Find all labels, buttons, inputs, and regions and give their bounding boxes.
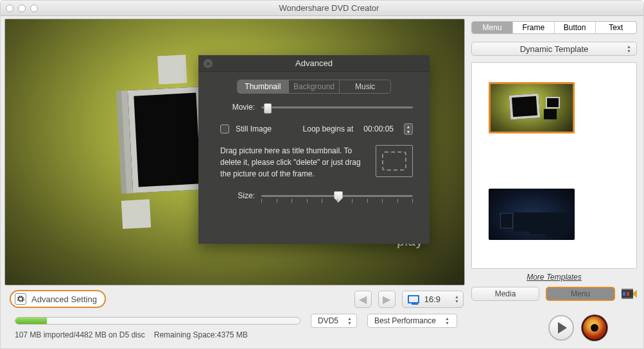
size-label: Size: <box>220 191 255 200</box>
template-thumb-2[interactable] <box>489 189 575 240</box>
media-button[interactable]: Media <box>471 287 539 301</box>
menu-button[interactable]: Menu <box>546 287 615 301</box>
template-list <box>471 62 637 269</box>
chevron-updown-icon: ▲▼ <box>347 316 352 325</box>
preview-play-button[interactable] <box>548 315 574 341</box>
chevron-updown-icon: ▲▼ <box>627 44 631 53</box>
still-image-label: Still Image <box>236 124 272 133</box>
more-templates-link[interactable]: More Templates <box>471 269 637 287</box>
popover-tabs: Thumbnail Background Music <box>237 80 391 94</box>
tab-button[interactable]: Button <box>555 22 596 33</box>
movie-label: Movie: <box>220 103 255 112</box>
quality-select[interactable]: Best Performance ▲▼ <box>367 314 457 328</box>
prev-button[interactable]: ◀ <box>354 291 372 308</box>
disc-type-value: DVD5 <box>318 316 338 325</box>
tab-frame[interactable]: Frame <box>513 22 554 33</box>
loop-label: Loop begins at <box>303 124 354 133</box>
next-button[interactable]: ▶ <box>378 291 396 308</box>
disc-type-select[interactable]: DVD5 ▲▼ <box>311 314 357 328</box>
close-window-icon[interactable] <box>6 4 13 12</box>
template-category-select[interactable]: Dynamic Template ▲▼ <box>471 42 637 56</box>
svg-rect-3 <box>623 292 625 296</box>
import-status: 107 MB imported/4482 MB on D5 disc <box>15 330 145 339</box>
template-thumb-1[interactable] <box>489 82 575 133</box>
loop-stepper[interactable]: ▲▼ <box>404 123 413 135</box>
remaining-status: Remaining Space:4375 MB <box>154 330 248 339</box>
film-icon[interactable] <box>622 289 637 299</box>
titlebar: Wondershare DVD Creator <box>1 1 643 16</box>
aspect-value: 16:9 <box>424 294 440 304</box>
still-image-checkbox[interactable] <box>220 124 229 133</box>
disc-usage-bar <box>15 317 300 325</box>
disc-usage-fill <box>15 318 47 324</box>
svg-rect-1 <box>622 289 633 290</box>
advanced-popover: ✕ Advanced Thumbnail Background Music Mo… <box>198 55 430 244</box>
close-icon[interactable]: ✕ <box>204 59 213 68</box>
tab-music[interactable]: Music <box>340 80 390 93</box>
tab-background[interactable]: Background <box>289 80 340 93</box>
tab-menu[interactable]: Menu <box>472 22 513 33</box>
gear-icon <box>15 293 26 305</box>
app-window: Wondershare DVD Creator play ✕ Advanced … <box>0 0 644 349</box>
chevron-updown-icon: ▲▼ <box>445 316 449 325</box>
template-thumbnail-graphic <box>128 87 207 193</box>
right-tabs: Menu Frame Button Text <box>471 21 637 34</box>
size-slider[interactable] <box>261 195 413 197</box>
quality-value: Best Performance <box>374 316 436 325</box>
aspect-ratio-select[interactable]: 16:9 ▲▼ <box>402 291 464 308</box>
thumbnail-dropzone[interactable] <box>376 145 413 177</box>
svg-rect-2 <box>622 298 633 299</box>
chevron-updown-icon: ▲▼ <box>455 294 459 303</box>
advanced-setting-label: Advanced Setting <box>31 294 97 304</box>
monitor-icon <box>408 295 419 303</box>
popover-title: Advanced <box>295 58 333 68</box>
template-category-value: Dynamic Template <box>520 44 589 54</box>
window-title: Wondershare DVD Creator <box>33 3 625 13</box>
minimize-window-icon[interactable] <box>18 4 26 12</box>
drop-instructions: Drag picture here as title thumbnail. To… <box>220 145 365 180</box>
tab-text[interactable]: Text <box>596 22 636 33</box>
preview-stage[interactable]: play ✕ Advanced Thumbnail Background Mus… <box>4 19 465 285</box>
svg-marker-5 <box>633 290 637 298</box>
movie-slider[interactable] <box>261 106 413 108</box>
advanced-setting-button[interactable]: Advanced Setting <box>10 290 106 308</box>
loop-value: 00:00:05 <box>363 124 394 133</box>
burn-button[interactable] <box>582 315 607 341</box>
tab-thumbnail[interactable]: Thumbnail <box>238 80 289 93</box>
svg-rect-4 <box>627 292 629 296</box>
